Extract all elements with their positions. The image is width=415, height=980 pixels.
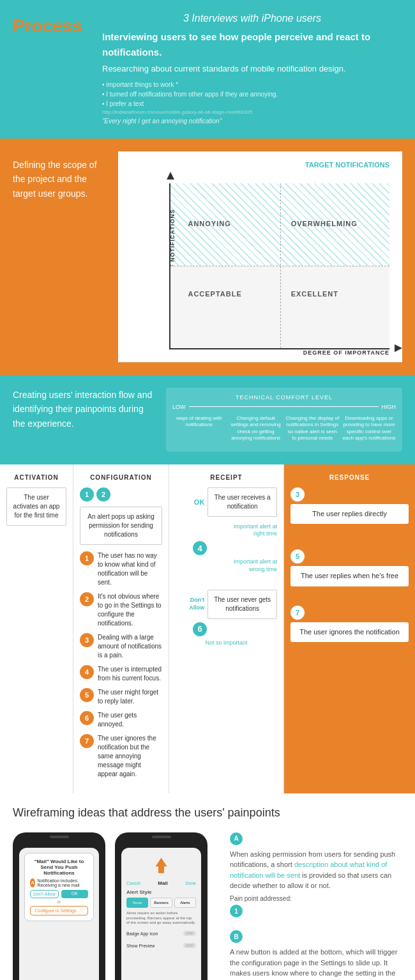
step-circle-2: 2 — [96, 487, 110, 501]
desc-header-a: A — [230, 832, 402, 845]
settings-cancel[interactable]: Cancel — [126, 881, 140, 885]
receives-box: The user receives a notification — [207, 487, 277, 517]
receipt-header: RECEIPT — [176, 474, 277, 481]
dont-allow-label: Don'tAllow — [176, 597, 204, 611]
notif-ok-btn[interactable]: OK — [61, 890, 89, 898]
label-overwhelming: OVERWHELMING — [291, 220, 358, 227]
scope-text: Defining the scope of the project and th… — [13, 151, 109, 362]
pain-point-5: 5 The user might forget to reply later. — [80, 688, 162, 706]
step-circle-4: 4 — [193, 541, 207, 555]
phone-1-container: "Mail" Would Like to Send You Push Notif… — [13, 832, 105, 980]
activation-header: ACTIVATION — [6, 474, 66, 481]
toggle-badge-label: Badge App Icon — [126, 931, 158, 936]
section-process: Process 3 Interviews with iPhone users I… — [0, 0, 415, 139]
desc-header-b: B — [230, 930, 402, 943]
process-line2: Researching about current standards of m… — [102, 63, 402, 76]
never-box: The user never gets notifications — [207, 590, 277, 619]
settings-desc: Alerts require an action before proceedi… — [126, 911, 196, 926]
step3-label-row: 3 — [290, 487, 409, 501]
step-circle-1: 1 — [80, 487, 94, 501]
pain-text-1: The user has no way to know what kind of… — [98, 551, 162, 587]
label-acceptable: ACCEPTABLE — [188, 290, 241, 298]
pain-text-2: It's not obvious where to go in the Sett… — [98, 592, 162, 628]
comfort-step-3: Changing the display of notifications in… — [286, 415, 340, 442]
opt-alerts[interactable]: Alerts — [174, 898, 196, 908]
note-quote: "Every night I get an annoying notificat… — [102, 116, 402, 126]
opt-none[interactable]: None — [126, 898, 148, 908]
pain-num-7: 7 — [80, 734, 94, 748]
settings-alert-style-label: Alert Style — [126, 889, 196, 895]
col-activation: ACTIVATION The user activates an app for… — [0, 464, 73, 793]
comfort-title: TECHNICAL COMFORT LEVEL — [172, 394, 396, 401]
chart-x-label: DEGREE OF IMPORTANCE — [303, 349, 389, 356]
notif-dont-allow-btn[interactable]: Don't Allow — [30, 890, 59, 898]
pain-num-3: 3 — [80, 633, 94, 647]
col-configuration: CONFIGURATION 1 2 An alert pops up askin… — [73, 464, 169, 793]
pain-text-4: The user is interrupted from his current… — [98, 665, 162, 683]
response-box-5: The user replies when he's free — [290, 566, 409, 586]
not-important: Not so important — [176, 639, 277, 646]
notif-title-1: "Mail" Would Like to Send You Push Notif… — [30, 859, 88, 876]
pain-num-4: 4 — [80, 665, 94, 679]
configure-btn[interactable]: Configure in Settings → — [30, 906, 88, 915]
section-wireframe: Wireframing ideas that address the users… — [0, 793, 415, 980]
pain-point-2: 2 It's not obvious where to go in the Se… — [80, 592, 162, 628]
settings-options: None Banners Alerts — [126, 898, 196, 908]
toggle-badge-off[interactable]: OFF — [183, 931, 196, 936]
section-scope: Defining the scope of the project and th… — [0, 139, 415, 375]
pain-num-1: 1 — [80, 551, 94, 565]
description-area: A When asking permission from users for … — [230, 832, 402, 980]
settings-title-phone2: Mail — [158, 880, 168, 886]
upload-arrow-icon — [152, 856, 171, 875]
comfort-step-2: Changing default settings and removing c… — [229, 415, 283, 442]
quadrant-br — [280, 266, 390, 348]
notif-a-badge: A — [30, 878, 35, 887]
notif-includes: Notification includes: Receiving a new m… — [37, 878, 88, 887]
spacer2 — [290, 593, 409, 606]
comfort-line — [189, 406, 379, 407]
toggle-preview-off[interactable]: OFF — [183, 943, 196, 948]
wireframe-title: Wireframing ideas that address the users… — [13, 806, 402, 820]
phones-area: "Mail" Would Like to Send You Push Notif… — [13, 832, 217, 980]
pain-num-2: 2 — [80, 592, 94, 606]
configuration-box: An alert pops up asking permission for s… — [80, 507, 162, 545]
desc-letter-b: B — [230, 930, 243, 943]
section-flow: Creating users' interaction flow and ide… — [0, 375, 415, 464]
configuration-header: CONFIGURATION — [80, 474, 162, 481]
col-response: RESPONSE 3 The user replies directly 5 T… — [284, 464, 415, 793]
step-circle-6: 6 — [193, 622, 207, 636]
step6-row: 6 — [176, 622, 277, 636]
pain-text-6: The user gets annoyed. — [98, 711, 162, 729]
step-circle-3-white: 3 — [290, 487, 305, 501]
alert-right-time: Important alert atright time — [176, 523, 277, 538]
comfort-low: LOW — [172, 404, 186, 410]
flow-text: Creating users' interaction flow and ide… — [13, 388, 153, 452]
flow-chart-area: TECHNICAL COMFORT LEVEL LOW HIGH ways of… — [166, 388, 402, 452]
desc-item-b: B A new button is added at the bottom, w… — [230, 930, 402, 980]
pain-text-7: The user ignores the notification but th… — [98, 734, 162, 779]
phone-1: "Mail" Would Like to Send You Push Notif… — [13, 832, 105, 980]
comfort-step-4: Downloading apps or providing to have mo… — [342, 415, 396, 442]
pain-num-5: 5 — [80, 688, 94, 702]
notification-popup-1: "Mail" Would Like to Send You Push Notif… — [24, 853, 94, 921]
pain-point-4: 4 The user is interrupted from his curre… — [80, 665, 162, 683]
desc-letter-a: A — [230, 832, 243, 845]
col-receipt: RECEIPT OK The user receives a notificat… — [169, 464, 284, 793]
pain-num-6: 6 — [80, 711, 94, 725]
pain-point-1: 1 The user has no way to know what kind … — [80, 551, 162, 587]
pain-point-3: 3 Dealing with a large amount of notific… — [80, 633, 162, 660]
phone-2-speaker — [152, 836, 171, 838]
opt-banners[interactable]: Banners — [150, 898, 172, 908]
phone-1-speaker — [50, 836, 69, 838]
notif-row-1: A Notification includes: Receiving a new… — [30, 878, 88, 887]
phone-2-container: Cancel Mail Done Alert Style None Banner… — [115, 832, 207, 980]
activation-box: The user activates an app for the first … — [6, 487, 66, 526]
pain-point-7: 7 The user ignores the notification but … — [80, 734, 162, 779]
label-excellent: EXCELLENT — [291, 290, 338, 298]
step7-label-row: 7 — [290, 606, 409, 620]
phone-2: Cancel Mail Done Alert Style None Banner… — [115, 832, 207, 980]
desc-text-b: A new button is added at the bottom, whi… — [230, 947, 402, 980]
step5-label-row: 5 — [290, 549, 409, 563]
settings-done[interactable]: Done — [185, 881, 196, 885]
ok-row: OK The user receives a notification — [176, 487, 277, 517]
